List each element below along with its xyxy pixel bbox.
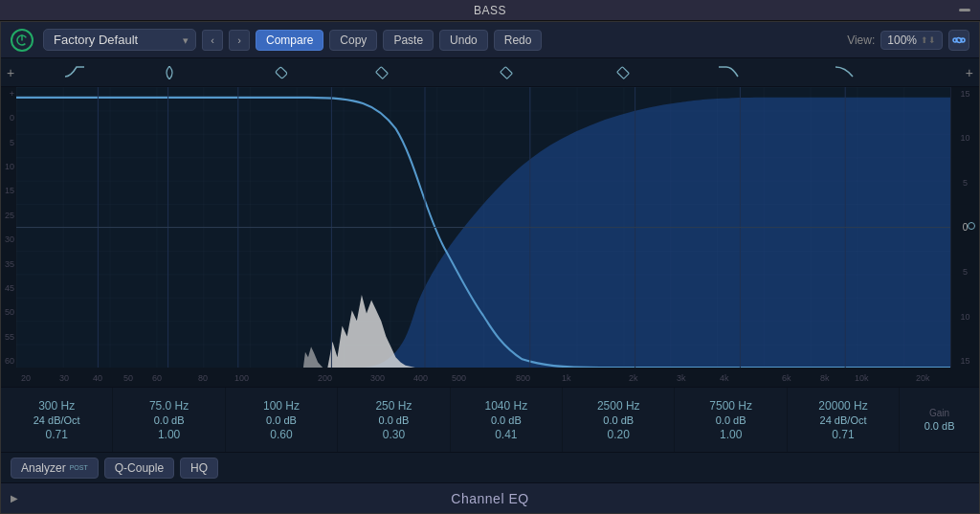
svg-rect-5: [276, 67, 288, 79]
band4-params: 250 Hz 0.0 dB 0.30: [338, 388, 450, 452]
db-scale-top-left: +: [10, 89, 14, 99]
footer-bar: ▶ Channel EQ: [1, 482, 979, 513]
band1-handle[interactable]: [63, 63, 86, 83]
redo-button[interactable]: Redo: [494, 30, 543, 51]
copy-button[interactable]: Copy: [329, 30, 377, 51]
preset-select[interactable]: Factory Default: [43, 29, 196, 51]
svg-text:80: 80: [198, 373, 208, 383]
band2-handle[interactable]: [162, 66, 177, 83]
eq-visualization: + 0 5 10 15 25 30 35 45 50 55 60 15 10 5…: [1, 87, 979, 387]
close-button[interactable]: [959, 9, 970, 11]
band7-params: 7500 Hz 0.0 dB 1.00: [675, 388, 787, 452]
toolbar: Factory Default ‹ › Compare Copy Paste U…: [1, 22, 979, 58]
svg-text:60: 60: [152, 373, 162, 383]
band1-params: 300 Hz 24 dB/Oct 0.71: [1, 388, 113, 452]
band2-params: 75.0 Hz 0.0 dB 1.00: [113, 388, 225, 452]
svg-text:4k: 4k: [720, 373, 729, 383]
svg-text:30: 30: [59, 373, 69, 383]
band5-params: 1040 Hz 0.0 dB 0.41: [451, 388, 563, 452]
freq-labels: 20 30 40 50 60 80 100 200 300 400 500 80…: [16, 368, 950, 387]
compare-button[interactable]: Compare: [256, 30, 323, 51]
bottom-bar: Analyzer POST Q-Couple HQ: [1, 452, 979, 482]
svg-text:500: 500: [452, 373, 466, 383]
paste-button[interactable]: Paste: [383, 30, 434, 51]
add-band-right[interactable]: +: [966, 65, 973, 80]
eq-band-selector: + +: [1, 58, 979, 87]
nav-forward-button[interactable]: ›: [229, 30, 250, 51]
play-button[interactable]: ▶: [11, 493, 18, 503]
svg-text:50: 50: [123, 373, 133, 383]
svg-text:6k: 6k: [782, 373, 791, 383]
svg-text:20: 20: [21, 373, 31, 383]
band3-handle[interactable]: [274, 66, 289, 83]
band3-params: 100 Hz 0.0 dB 0.60: [226, 388, 338, 452]
svg-text:40: 40: [93, 373, 102, 383]
svg-text:8k: 8k: [820, 373, 830, 383]
svg-text:10k: 10k: [855, 373, 869, 383]
band6-handle[interactable]: [615, 66, 631, 83]
hq-button[interactable]: HQ: [180, 458, 218, 479]
view-control[interactable]: 100% ⬆⬇: [880, 31, 943, 50]
svg-rect-7: [501, 67, 513, 79]
gain-param: Gain 0.0 dB: [900, 388, 979, 452]
title-bar: BASS: [0, 0, 980, 21]
svg-text:20k: 20k: [916, 373, 930, 383]
window-title: BASS: [474, 4, 506, 17]
add-band-left[interactable]: +: [7, 65, 14, 80]
svg-text:200: 200: [318, 373, 332, 383]
svg-text:2k: 2k: [629, 373, 638, 383]
band8-handle[interactable]: [834, 63, 857, 84]
svg-rect-8: [617, 67, 630, 79]
svg-text:400: 400: [413, 373, 428, 383]
plugin-title: Channel EQ: [451, 491, 528, 506]
svg-text:100: 100: [234, 373, 249, 383]
analyzer-button[interactable]: Analyzer POST: [11, 458, 99, 479]
band4-handle[interactable]: [374, 66, 390, 83]
power-button[interactable]: [11, 29, 33, 52]
eq-band-params: 300 Hz 24 dB/Oct 0.71 75.0 Hz 0.0 dB 1.0…: [1, 387, 979, 452]
band7-handle[interactable]: [717, 63, 740, 83]
view-label: View:: [847, 34, 875, 47]
svg-text:3k: 3k: [677, 373, 686, 383]
link-button[interactable]: [948, 30, 969, 51]
undo-button[interactable]: Undo: [439, 30, 488, 51]
svg-text:300: 300: [370, 373, 385, 383]
svg-text:800: 800: [516, 373, 530, 383]
band8-params: 20000 Hz 24 dB/Oct 0.71: [788, 388, 900, 452]
band6-params: 2500 Hz 0.0 dB 0.20: [563, 388, 675, 452]
svg-rect-6: [376, 67, 389, 79]
zero-marker[interactable]: [968, 222, 975, 230]
preset-wrapper: Factory Default: [43, 29, 196, 51]
band5-handle[interactable]: [499, 66, 514, 83]
svg-point-2: [953, 38, 957, 42]
nav-back-button[interactable]: ‹: [202, 30, 223, 51]
qcouple-button[interactable]: Q-Couple: [104, 458, 174, 479]
eq-canvas[interactable]: [16, 87, 950, 368]
svg-text:1k: 1k: [562, 373, 571, 383]
main-container: Factory Default ‹ › Compare Copy Paste U…: [0, 21, 980, 514]
svg-point-3: [961, 38, 965, 42]
